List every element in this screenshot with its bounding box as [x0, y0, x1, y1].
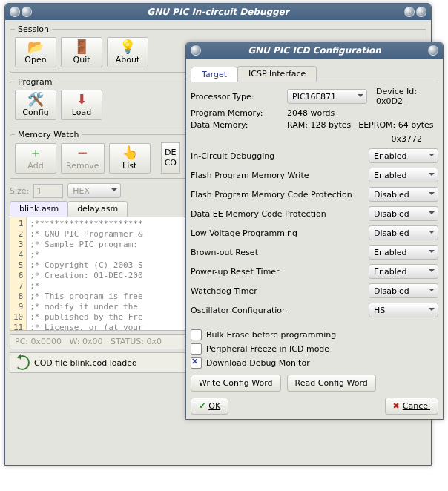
opt-combo-wdt[interactable]: Disabled: [369, 283, 438, 298]
opt-label: Data EE Memory Code Protection: [191, 209, 326, 219]
check-bulk-erase[interactable]: Bulk Erase before programming: [191, 329, 438, 340]
dialog-titlebar[interactable]: GNU PIC ICD Configuration: [186, 42, 443, 59]
x-icon: ✖: [393, 401, 400, 411]
editor-code: ;********************** ;* GNU PIC Progr…: [27, 217, 145, 330]
config-button[interactable]: 🛠️Config: [15, 90, 56, 120]
remove-watch-button: −Remove: [61, 143, 105, 174]
size-input: [33, 184, 63, 198]
hand-list-icon: 👆: [114, 146, 145, 159]
tab-icsp[interactable]: ICSP Interface: [237, 66, 317, 82]
partial-button[interactable]: DE CO: [161, 142, 180, 174]
opt-label: Brown-out Reset: [191, 248, 258, 257]
checkbox-icon[interactable]: [191, 357, 202, 369]
write-config-button[interactable]: Write Config Word: [191, 375, 281, 392]
device-id: Device Id: 0x0D2-: [376, 87, 438, 106]
tools-icon: 🛠️: [20, 93, 51, 106]
window-sticky-icon[interactable]: [22, 7, 32, 17]
main-titlebar[interactable]: GNU PIC In-circuit Debugger: [5, 4, 431, 20]
status-pc: PC: 0x0000: [15, 337, 62, 346]
cancel-button[interactable]: ✖Cancel: [385, 398, 438, 415]
checkbox-icon[interactable]: [191, 329, 202, 340]
opt-combo-ee-protect[interactable]: Disabled: [369, 206, 438, 221]
quit-button[interactable]: 🚪Quit: [61, 37, 102, 67]
data-mem-label: Data Memory:: [191, 120, 287, 130]
ok-button[interactable]: ✔OK: [191, 398, 228, 415]
ram-value: RAM: 128 bytes: [287, 120, 351, 130]
dialog-tabs: Target ICSP Interface: [191, 65, 438, 82]
memory-watch-legend: Memory Watch: [15, 130, 82, 139]
tab-blink-asm[interactable]: blink.asm: [10, 201, 68, 217]
size-label: Size:: [10, 186, 29, 196]
load-button[interactable]: ⬇Load: [61, 90, 102, 120]
maximize-icon[interactable]: [404, 7, 415, 17]
config-dialog: GNU PIC ICD Configuration Target ICSP In…: [185, 42, 444, 420]
opt-combo-icd[interactable]: Enabled: [369, 148, 438, 163]
list-watch-button[interactable]: 👆List: [109, 143, 151, 174]
lightbulb-icon: 💡: [112, 40, 143, 53]
close-icon[interactable]: [428, 45, 438, 56]
about-button[interactable]: 💡About: [107, 37, 148, 67]
read-config-button[interactable]: Read Config Word: [287, 375, 376, 392]
opt-label: Watchdog Timer: [191, 286, 257, 296]
eeprom-value: EEPROM: 64 bytes: [358, 120, 433, 130]
status-w: W: 0x00: [70, 337, 103, 346]
check-icon: ✔: [199, 401, 205, 411]
program-legend: Program: [15, 77, 55, 87]
tab-target[interactable]: Target: [191, 67, 238, 82]
folder-open-icon: 📂: [20, 40, 51, 53]
format-combo[interactable]: HEX: [67, 183, 121, 198]
prog-mem-label: Program Memory:: [191, 108, 287, 118]
config-word-value: 0x3772: [191, 134, 422, 144]
add-watch-button: ＋Add: [15, 143, 56, 174]
opt-combo-code-protect[interactable]: Disabled: [369, 187, 438, 202]
opt-label: Flash Program Memory Code Protection: [191, 190, 352, 200]
opt-label: Flash Program Memory Write: [191, 171, 309, 180]
status-reg: STATUS: 0x0: [111, 337, 162, 346]
opt-label: Low Voltage Programming: [191, 228, 297, 238]
plus-icon: ＋: [20, 146, 51, 159]
check-download-monitor[interactable]: Download Debug Monitor: [191, 357, 438, 369]
opt-combo-pwrt[interactable]: Enabled: [369, 264, 438, 279]
check-periph-freeze[interactable]: Peripheral Freeze in ICD mode: [191, 343, 438, 355]
opt-label: Power-up Reset Timer: [191, 267, 280, 277]
reload-icon[interactable]: [15, 355, 30, 370]
opt-combo-bor[interactable]: Enabled: [369, 245, 438, 260]
window-menu-icon[interactable]: [10, 7, 20, 17]
opt-combo-osc[interactable]: HS: [369, 303, 438, 317]
program-group: Program 🛠️Config ⬇Load: [10, 77, 215, 125]
opt-combo-lvp[interactable]: Disabled: [369, 225, 438, 240]
editor-gutter: 1234567891011121314: [10, 217, 27, 330]
tab-delay-asm[interactable]: delay.asm: [67, 201, 128, 217]
proc-type-combo[interactable]: PIC16F871: [287, 89, 367, 104]
dialog-title: GNU PIC ICD Configuration: [248, 45, 381, 56]
window-menu-icon[interactable]: [191, 45, 201, 56]
checkbox-icon[interactable]: [191, 343, 202, 355]
opt-combo-flash-write[interactable]: Enabled: [369, 168, 438, 182]
prog-mem-value: 2048 words: [287, 108, 438, 118]
minus-icon: −: [66, 146, 99, 159]
main-window-title: GNU PIC In-circuit Debugger: [147, 7, 289, 17]
open-button[interactable]: 📂Open: [15, 37, 56, 67]
proc-type-label: Processor Type:: [191, 92, 287, 102]
message-text: COD file blink.cod loaded: [34, 358, 137, 368]
opt-label: In-Circuit Debugging: [191, 151, 274, 161]
session-legend: Session: [15, 24, 52, 34]
close-icon[interactable]: [416, 7, 426, 17]
download-icon: ⬇: [66, 93, 97, 106]
exit-icon: 🚪: [66, 40, 97, 53]
opt-label: Oscillator Configuration: [191, 306, 287, 315]
